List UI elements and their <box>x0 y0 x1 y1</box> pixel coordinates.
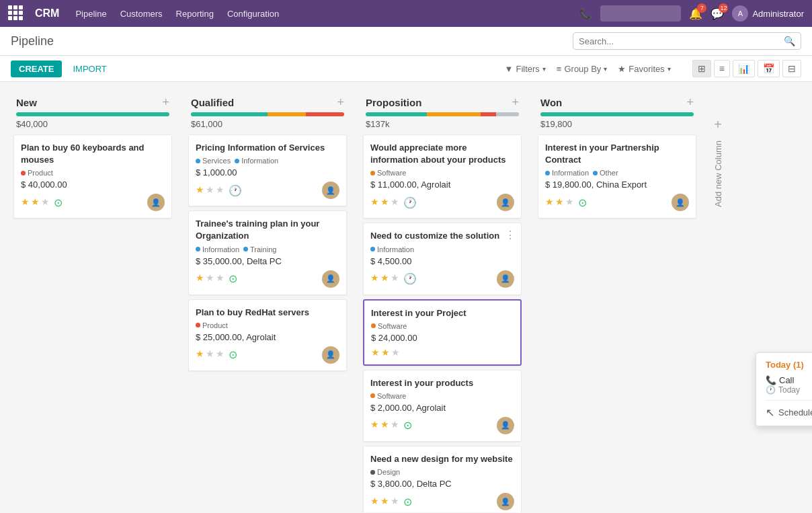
brand-logo[interactable]: CRM <box>35 7 59 19</box>
card-interest-project[interactable]: Interest in your Project Software $ 24,0… <box>363 299 522 366</box>
list-view-button[interactable]: ≡ <box>714 60 730 77</box>
column-won-progress <box>534 112 700 119</box>
star-3: ★ <box>216 184 225 197</box>
card-design-tags: Design <box>370 468 514 476</box>
star-2: ★ <box>206 184 214 197</box>
card-appreciate-tags: Software <box>370 169 514 177</box>
activity-icon[interactable]: 💬12 <box>710 7 724 20</box>
card-menu-icon[interactable]: ⋮ <box>505 229 516 241</box>
tag-software2: Software <box>371 322 407 330</box>
activity-popup: Today (1) 📞 Call 🕐 Today ✓ ↖ Schedul <box>756 352 812 426</box>
card-pricing-info[interactable]: Pricing Information of Services Services… <box>188 134 347 206</box>
messages-icon[interactable]: 🔔7 <box>689 7 702 20</box>
user-menu[interactable]: A Administrator <box>732 5 804 22</box>
star-2: ★ <box>381 347 390 358</box>
status-icon-green4: ⊙ <box>403 419 412 432</box>
pivot-view-button[interactable]: ⊟ <box>782 60 801 77</box>
star-3: ★ <box>216 272 225 285</box>
tag-other: Other <box>593 169 618 177</box>
card-interest-products[interactable]: Interest in your products Software $ 2,0… <box>363 370 522 442</box>
column-proposition-add[interactable]: + <box>512 95 519 110</box>
star-1: ★ <box>370 419 379 432</box>
popup-activity-info: 📞 Call 🕐 Today <box>766 375 812 395</box>
kanban-view-button[interactable]: ⊞ <box>692 60 711 77</box>
card-pricing-title: Pricing Information of Services <box>196 142 339 154</box>
activity-badge: 12 <box>719 3 728 13</box>
star-3: ★ <box>41 196 50 209</box>
search-input[interactable] <box>579 36 784 46</box>
groupby-icon: ≡ <box>557 64 562 74</box>
card-customize-stars: ★ ★ ★ 🕐 <box>370 272 417 285</box>
menu-pipeline[interactable]: Pipeline <box>75 9 106 19</box>
card-interest-products-amount: $ 2,000.00, Agrolait <box>370 403 514 413</box>
star-1: ★ <box>370 196 379 209</box>
tag-product2: Product <box>196 321 228 329</box>
chart-view-button[interactable]: 📊 <box>733 60 755 77</box>
card-design[interactable]: Need a new design for my website Design … <box>363 446 522 512</box>
column-won-add[interactable]: + <box>686 95 694 110</box>
card-interest-products-tags: Software <box>370 392 514 400</box>
favorites-button[interactable]: ★ Favorites ▾ <box>618 64 670 74</box>
column-won-title: Won <box>540 97 562 108</box>
calendar-view-button[interactable]: 📅 <box>758 60 780 77</box>
card-redhat-stars: ★ ★ ★ ⊙ <box>196 348 237 361</box>
column-qualified: Qualified + $61,000 Pricing Information … <box>184 90 351 375</box>
add-column-plus-icon: + <box>714 117 722 132</box>
star-2: ★ <box>206 348 214 361</box>
topnav-right: 📞 🔔7 💬12 A Administrator <box>579 5 804 22</box>
card-interest-products-title: Interest in your products <box>370 377 514 389</box>
card-pricing-amount: $ 1,000.00 <box>196 167 339 177</box>
star-2: ★ <box>380 496 389 508</box>
status-icon-green6: ⊙ <box>578 196 587 209</box>
card-partnership[interactable]: Interest in your Partnership Contract In… <box>538 134 696 219</box>
column-proposition: Proposition + $137k Would appreciate mor… <box>359 90 526 512</box>
column-new-add[interactable]: + <box>162 95 169 110</box>
subheader: Pipeline 🔍 <box>0 27 812 56</box>
column-qualified-header: Qualified + <box>184 90 351 112</box>
import-button[interactable]: IMPORT <box>67 61 112 77</box>
user-avatar: A <box>732 5 748 22</box>
menu-configuration[interactable]: Configuration <box>227 9 279 19</box>
menu-reporting[interactable]: Reporting <box>176 9 214 19</box>
create-button[interactable]: CREATE <box>11 61 62 77</box>
card-partnership-tags: Information Other <box>545 169 689 177</box>
groupby-button[interactable]: ≡ Group By ▾ <box>557 64 608 74</box>
card-keyboards-tags: Product <box>21 169 165 177</box>
card-partnership-footer: ★ ★ ★ ⊙ 👤 <box>545 194 689 211</box>
card-design-stars: ★ ★ ★ ⊙ <box>370 496 412 508</box>
card-keyboards-title: Plan to buy 60 keyboards and mouses <box>21 142 165 166</box>
card-interest-project-footer: ★ ★ ★ <box>371 347 514 358</box>
cursor-icon: ↖ <box>766 406 774 419</box>
card-pricing-tags: Services Information <box>196 157 339 165</box>
star-1: ★ <box>545 196 554 209</box>
filters-button[interactable]: ▼ Filters ▾ <box>505 64 546 74</box>
card-training-amount: $ 35,000.00, Delta PC <box>196 256 339 266</box>
star-1: ★ <box>196 348 204 361</box>
phone-icon[interactable]: 📞 <box>579 7 592 20</box>
card-customize[interactable]: ⋮ Need to customize the solution Informa… <box>363 223 522 294</box>
add-new-column[interactable]: + Add new Column <box>704 90 731 207</box>
column-proposition-header: Proposition + <box>359 90 526 112</box>
card-redhat[interactable]: Plan to buy RedHat servers Product $ 25,… <box>188 299 347 371</box>
card-keyboards-footer: ★ ★ ★ ⊙ 👤 <box>21 194 165 211</box>
card-training-footer: ★ ★ ★ ⊙ 👤 <box>196 270 339 288</box>
apps-grid-icon[interactable] <box>8 5 24 22</box>
column-qualified-progress <box>184 112 351 119</box>
toolbar: CREATE IMPORT ▼ Filters ▾ ≡ Group By ▾ ★… <box>0 56 812 82</box>
column-new-progress <box>9 112 176 119</box>
view-buttons: ⊞ ≡ 📊 📅 ⊟ <box>692 60 801 77</box>
popup-today-header: Today (1) <box>766 360 812 370</box>
topnav-search[interactable] <box>600 5 681 22</box>
column-qualified-add[interactable]: + <box>337 95 344 110</box>
card-customize-tags: Information <box>370 245 514 253</box>
popup-schedule-activity[interactable]: ↖ Schedule an activity <box>766 406 812 419</box>
star-3: ★ <box>391 196 399 209</box>
card-appreciate-info[interactable]: Would appreciate more information about … <box>363 134 522 219</box>
card-interest-products-avatar: 👤 <box>497 417 514 434</box>
card-training[interactable]: Trainee's training plan in your Organiza… <box>188 210 347 294</box>
star-3: ★ <box>391 496 399 508</box>
popup-activity-type: 📞 Call <box>766 375 812 385</box>
status-icon-green2: ⊙ <box>229 272 237 285</box>
card-keyboards[interactable]: Plan to buy 60 keyboards and mouses Prod… <box>13 134 172 219</box>
menu-customers[interactable]: Customers <box>120 9 163 19</box>
